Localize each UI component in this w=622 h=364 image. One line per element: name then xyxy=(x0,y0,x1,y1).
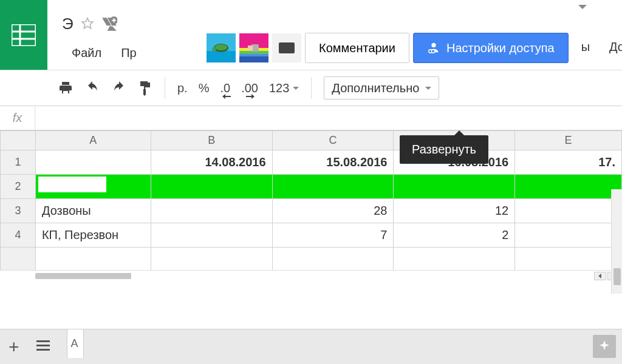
sheet-tab[interactable]: A xyxy=(67,329,84,358)
row-header-3[interactable]: 3 xyxy=(1,199,36,223)
account-dropdown-icon[interactable] xyxy=(578,5,587,9)
collaborator-comment-icon[interactable] xyxy=(272,33,301,62)
undo-icon[interactable] xyxy=(84,81,100,95)
svg-rect-9 xyxy=(248,46,253,50)
cell-a3[interactable]: Дозвоны xyxy=(35,199,151,223)
fx-label: fx xyxy=(0,106,35,130)
explore-button[interactable] xyxy=(593,335,616,358)
svg-rect-13 xyxy=(36,340,50,342)
cell-e5[interactable] xyxy=(515,248,622,271)
percent-button[interactable]: % xyxy=(199,81,210,95)
cell-c2[interactable] xyxy=(272,175,394,199)
menu-file[interactable]: Файл xyxy=(62,44,111,62)
menu-edit[interactable]: Пр xyxy=(111,44,138,62)
svg-point-7 xyxy=(212,47,216,51)
sheets-logo xyxy=(0,0,47,70)
print-icon[interactable] xyxy=(58,81,73,95)
expand-tooltip: Развернуть xyxy=(400,135,488,164)
spreadsheet-grid[interactable]: A B C D E 1 14.08.2016 15.08.2016 16.08.… xyxy=(0,130,622,270)
chevron-down-icon xyxy=(425,87,431,90)
svg-point-6 xyxy=(215,44,227,50)
cell-b1[interactable]: 14.08.2016 xyxy=(151,150,272,175)
collaborator-avatar-nyan[interactable] xyxy=(239,33,268,62)
currency-button[interactable]: р. xyxy=(177,81,188,95)
horizontal-scrollbar[interactable] xyxy=(35,273,131,279)
cell-b5[interactable] xyxy=(151,248,272,271)
cell-a4[interactable]: КП, Перезвон xyxy=(35,223,151,248)
svg-rect-14 xyxy=(36,345,50,346)
row-header-4[interactable]: 4 xyxy=(1,223,36,248)
cell-d2[interactable] xyxy=(394,175,515,199)
cell-c4[interactable]: 7 xyxy=(272,223,394,248)
decrease-decimal-button[interactable]: .0 xyxy=(220,81,230,95)
cell-d4[interactable]: 2 xyxy=(394,223,515,248)
title-area: Э Файл Пр д ст Комментарии xyxy=(47,0,622,62)
menu-right1[interactable]: ы xyxy=(572,38,600,56)
cell-d3[interactable]: 12 xyxy=(394,199,515,223)
cell-b4[interactable] xyxy=(151,223,272,248)
row-header-2[interactable]: 2 xyxy=(1,175,36,199)
header: Э Файл Пр д ст Комментарии xyxy=(0,0,622,70)
col-header-b[interactable]: B xyxy=(151,131,272,150)
scroll-left-button[interactable] xyxy=(594,272,606,280)
menu-right2[interactable]: До xyxy=(600,38,622,56)
formula-input[interactable] xyxy=(35,106,622,130)
sheet-tab-bar: + A xyxy=(0,329,622,364)
col-header-c[interactable]: C xyxy=(272,131,394,150)
cell-e2[interactable] xyxy=(515,175,622,199)
svg-rect-15 xyxy=(36,349,50,351)
cell-a5[interactable] xyxy=(35,248,151,271)
more-formats-label: Дополнительно xyxy=(332,81,419,95)
share-button[interactable]: Настройки доступа xyxy=(413,33,569,63)
formula-bar: fx xyxy=(0,106,622,130)
add-sheet-button[interactable]: + xyxy=(9,337,19,357)
collaborator-avatar-turtle[interactable] xyxy=(207,33,236,62)
col-header-a[interactable]: A xyxy=(35,131,151,150)
share-button-label: Настройки доступа xyxy=(446,41,555,55)
cell-c5[interactable] xyxy=(272,248,394,271)
move-to-drive-icon[interactable] xyxy=(101,16,116,31)
vertical-scrollbar[interactable] xyxy=(611,189,622,294)
cell-c1[interactable]: 15.08.2016 xyxy=(272,150,394,175)
cell-e1[interactable]: 17. xyxy=(515,150,622,175)
cell-a2[interactable] xyxy=(35,175,151,199)
cell-e4[interactable] xyxy=(515,223,622,248)
select-all-corner[interactable] xyxy=(1,131,36,150)
row-header-1[interactable]: 1 xyxy=(1,150,36,175)
share-icon xyxy=(427,41,440,55)
svg-rect-0 xyxy=(12,24,36,46)
cell-a1[interactable] xyxy=(35,150,151,175)
col-header-e[interactable]: E xyxy=(515,131,622,150)
star-icon[interactable] xyxy=(81,17,94,30)
svg-point-10 xyxy=(431,43,436,47)
doc-title[interactable]: Э xyxy=(62,15,73,33)
redo-icon[interactable] xyxy=(111,81,127,95)
more-formats-dropdown[interactable]: Дополнительно xyxy=(324,76,439,99)
toolbar: р. % .0 .00 123 Дополнительно xyxy=(0,70,622,106)
collaborators: Комментарии Настройки доступа xyxy=(207,33,569,63)
cell-e3[interactable] xyxy=(515,199,622,223)
paint-format-icon[interactable] xyxy=(138,80,152,96)
cell-b2[interactable] xyxy=(151,175,272,199)
row-header-5[interactable] xyxy=(1,248,36,271)
svg-point-12 xyxy=(431,50,435,53)
all-sheets-button[interactable] xyxy=(36,340,50,353)
cell-d5[interactable] xyxy=(394,248,515,271)
increase-decimal-button[interactable]: .00 xyxy=(241,81,258,95)
number-format-button[interactable]: 123 xyxy=(269,81,299,95)
horizontal-scrollbar-area xyxy=(0,270,622,281)
cell-c3[interactable]: 28 xyxy=(272,199,394,223)
cell-b3[interactable] xyxy=(151,199,272,223)
comments-button[interactable]: Комментарии xyxy=(305,33,409,63)
